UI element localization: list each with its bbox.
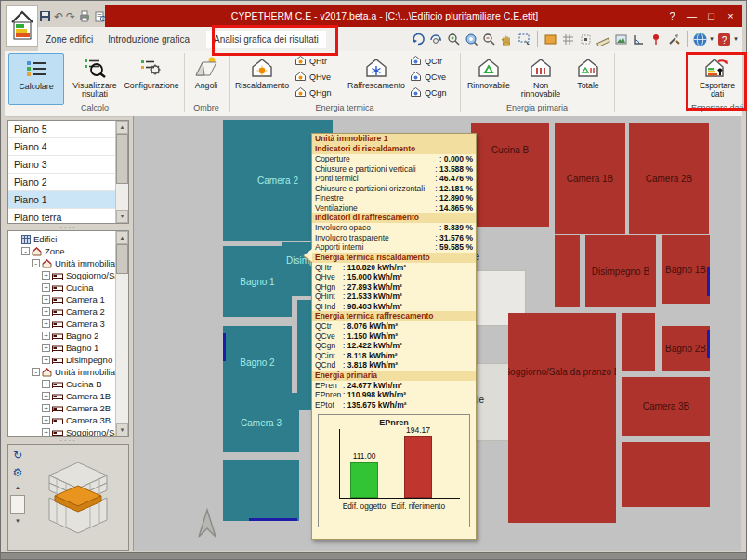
riscaldamento-button[interactable]: Riscaldamento <box>233 53 291 103</box>
frame-select-icon[interactable] <box>517 32 532 47</box>
splitter[interactable]: ···· <box>7 224 129 230</box>
floor-item[interactable]: Piano terra <box>8 209 115 223</box>
building-3d-view[interactable] <box>27 445 128 550</box>
room-camera-2b[interactable]: Camera 2B <box>629 123 709 234</box>
tree-item[interactable]: +Camera 1B <box>8 390 115 402</box>
tab-analisi-grafica-risultati[interactable]: Analisi grafica dei risultati <box>206 31 326 48</box>
scroll-up-icon[interactable]: ▲ <box>116 121 128 134</box>
expander-plus-icon[interactable]: + <box>42 319 50 328</box>
angoli-button[interactable]: Angoli <box>187 53 226 103</box>
qh-qhtr-button[interactable]: QHtr <box>295 54 343 68</box>
expander-plus-icon[interactable]: + <box>42 416 50 424</box>
ruler-icon[interactable] <box>596 32 611 47</box>
save-icon[interactable] <box>39 8 51 24</box>
non-rinnovabile-button[interactable]: Non rinnovabile <box>516 53 566 103</box>
room-soggiorno-b[interactable]: Soggiorno/Sala da pranzo B <box>508 313 616 523</box>
globe-icon[interactable] <box>692 32 708 47</box>
grid-icon[interactable] <box>560 32 576 47</box>
room-camera-3b[interactable]: Camera 3B <box>622 377 710 436</box>
expander-plus-icon[interactable]: + <box>42 271 50 280</box>
tree-item[interactable]: +Cucina <box>8 281 115 293</box>
tree-item[interactable]: +Camera 2 <box>8 306 115 318</box>
tree-item[interactable]: +Soggiorno/Sala da pranzo <box>8 269 115 281</box>
room-cucina-b[interactable]: Cucina B <box>471 123 549 227</box>
scroll-track[interactable] <box>116 244 128 423</box>
pin-icon[interactable] <box>649 32 664 47</box>
hand-icon[interactable] <box>499 32 515 47</box>
totale-button[interactable]: Totale <box>568 53 609 103</box>
qh-qhgn-button[interactable]: QHgn <box>295 85 343 99</box>
scroll-up-icon[interactable]: ▲ <box>116 231 128 244</box>
floors-scrollbar[interactable]: ▲ ▼ <box>115 121 128 223</box>
tree-item[interactable]: +Camera 3B <box>8 414 115 426</box>
floor-item[interactable]: Piano 2 <box>8 174 115 191</box>
qc-qcgn-button[interactable]: QCgn <box>410 85 458 99</box>
help-book-icon[interactable]: ? <box>716 32 732 47</box>
expander-plus-icon[interactable]: + <box>42 428 50 436</box>
titlebar[interactable]: CYPETHERM C.E - v2017.beta.a - [C:\...\E… <box>105 5 742 27</box>
tree-item[interactable]: +Cucina B <box>8 378 115 390</box>
qh-qhve-button[interactable]: QHve <box>295 70 343 84</box>
zoom-down-icon[interactable]: ▼ <box>11 516 24 526</box>
expander-plus-icon[interactable]: + <box>42 404 50 412</box>
expander-plus-icon[interactable]: + <box>42 392 50 400</box>
help-dropdown-icon[interactable]: ▼ <box>733 36 739 42</box>
minimize-button[interactable]: — <box>684 9 700 23</box>
snap-icon[interactable] <box>578 32 594 47</box>
floor-item[interactable]: Piano 3 <box>8 156 115 174</box>
angle-icon[interactable] <box>631 32 647 47</box>
configurazione-button[interactable]: Configurazione <box>122 53 181 103</box>
tree-item[interactable]: +Camera 3 <box>8 318 115 330</box>
qc-qctr-button[interactable]: QCtr <box>410 54 458 68</box>
orbit-icon[interactable] <box>411 32 426 47</box>
tree-item[interactable]: +Disimpegno <box>8 354 115 366</box>
tree-scrollbar[interactable]: ▲ ▼ <box>115 231 128 436</box>
close-button[interactable]: × <box>723 9 739 23</box>
rinnovabile-button[interactable]: Rinnovabile <box>464 53 514 103</box>
expander-plus-icon[interactable]: + <box>42 295 50 304</box>
zoom-slider[interactable] <box>10 495 25 514</box>
expander-minus-icon[interactable]: - <box>32 368 40 376</box>
raffrescamento-button[interactable]: Raffrescamento <box>347 53 406 103</box>
room-unlabeled[interactable] <box>223 460 299 521</box>
tree-item[interactable]: +Bagno 2 <box>8 330 115 342</box>
floor-item[interactable]: Piano 1 <box>8 191 115 209</box>
tree-item[interactable]: +Camera 1 <box>8 293 115 306</box>
tree-item[interactable]: -Unità immobiliare 2 <box>8 366 115 378</box>
layer-icon[interactable] <box>543 32 558 47</box>
scroll-thumb[interactable] <box>116 134 128 184</box>
pan-view-icon[interactable] <box>428 32 444 47</box>
help-button[interactable]: ? <box>664 9 680 23</box>
tree-item[interactable]: +Soggiorno/Sala da pranzo <box>8 426 115 436</box>
tree-item[interactable]: -Unità immobiliare 1 <box>8 257 115 269</box>
globe-dropdown-icon[interactable]: ▼ <box>709 36 714 42</box>
tree-item[interactable]: +Camera 2B <box>8 402 115 414</box>
room-bagno-1[interactable]: Bagno 1 <box>223 246 292 317</box>
scroll-track[interactable] <box>116 134 128 210</box>
esportare-dati-button[interactable]: Esportare dati <box>692 53 742 103</box>
visualizzare-risultati-button[interactable]: Visualizzare risultati <box>64 53 125 103</box>
tree-item[interactable]: Edifici <box>8 233 115 245</box>
room-camera-3[interactable]: Camera 3 <box>223 393 299 452</box>
expander-plus-icon[interactable]: + <box>42 356 50 364</box>
scroll-thumb[interactable] <box>116 244 128 274</box>
tools-icon[interactable] <box>666 32 682 47</box>
zoom-window-icon[interactable] <box>464 32 479 47</box>
room-unlabeled[interactable] <box>622 442 710 507</box>
redo-icon[interactable]: ↷ <box>66 8 75 24</box>
expander-plus-icon[interactable]: + <box>42 307 50 316</box>
room-bagno-2[interactable]: Bagno 2 <box>223 326 292 398</box>
room-camera-1b[interactable]: Camera 1B <box>555 123 625 234</box>
expander-plus-icon[interactable]: + <box>42 380 50 388</box>
scroll-down-icon[interactable]: ▼ <box>116 210 128 223</box>
splitter[interactable]: ···· <box>7 437 129 444</box>
zoom-up-icon[interactable]: ▲ <box>11 483 24 492</box>
tree-item[interactable]: -Zone <box>8 245 115 257</box>
qc-qcve-button[interactable]: QCve <box>410 70 458 84</box>
settings-3d-icon[interactable]: ⚙ <box>10 465 25 480</box>
plan-canvas[interactable]: Camera 2 Bagno 1 Disimpegno Bagno 2 Sogg… <box>133 116 741 551</box>
tab-introduzione-grafica[interactable]: Introduzione grafica <box>100 31 197 48</box>
room-bagno-1b[interactable]: Bagno 1B <box>662 235 710 304</box>
room-unlabeled[interactable] <box>555 235 580 307</box>
expander-plus-icon[interactable]: + <box>42 283 50 292</box>
